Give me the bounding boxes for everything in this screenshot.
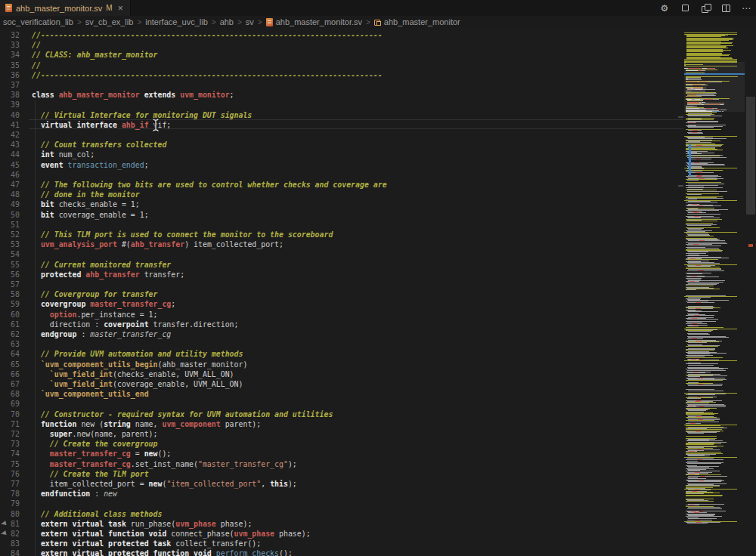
code-line-74[interactable]: master_transfer_cg = new(); xyxy=(32,449,171,459)
line-number-74[interactable]: 74 xyxy=(0,449,20,459)
line-number-72[interactable]: 72 xyxy=(0,429,20,439)
code-line-55[interactable]: // Current monitored transfer xyxy=(32,260,171,270)
line-number-32[interactable]: 32 xyxy=(0,30,20,40)
line-number-60[interactable]: 60 xyxy=(0,310,20,320)
breadcrumb-item-ahb[interactable]: ahb xyxy=(220,17,234,26)
code-line-58[interactable]: // Covergroup for transfer xyxy=(32,289,157,299)
code-line-76[interactable]: // Create the TLM port xyxy=(32,469,149,479)
code-line-56[interactable]: protected ahb_transfer transfer; xyxy=(32,270,184,280)
code-line-65[interactable]: `uvm_component_utils_begin(ahb_master_mo… xyxy=(32,360,247,369)
code-line-73[interactable]: // Create the covergroup xyxy=(32,439,157,449)
tab-ahb-master-monitor[interactable]: ahb_master_monitor.sv M × xyxy=(0,0,131,16)
code-line-64[interactable]: // Provide UVM automation and utility me… xyxy=(32,349,243,359)
code-line-61[interactable]: direction : coverpoint transfer.directio… xyxy=(32,320,239,329)
line-number-70[interactable]: 70 xyxy=(0,409,20,419)
line-number-41[interactable]: 41 xyxy=(0,120,20,130)
line-number-71[interactable]: 71 xyxy=(0,419,20,429)
code-line-44[interactable]: int num_col; xyxy=(32,150,94,159)
line-number-50[interactable]: 50 xyxy=(0,210,20,220)
code-line-45[interactable]: event transaction_ended; xyxy=(32,160,149,170)
code-line-71[interactable]: function new (string name, uvm_component… xyxy=(32,419,261,429)
line-number-67[interactable]: 67 xyxy=(0,379,20,389)
layout-square-icon[interactable] xyxy=(680,3,690,14)
line-number-40[interactable]: 40 xyxy=(0,110,20,120)
code-line-66[interactable]: `uvm_field_int(checks_enable, UVM_ALL_ON… xyxy=(32,369,234,379)
line-number-79[interactable]: 79 xyxy=(0,499,20,508)
line-number-46[interactable]: 46 xyxy=(0,170,20,180)
line-number-56[interactable]: 56 xyxy=(0,270,20,280)
breadcrumb-item-sv-cb-ex-lib[interactable]: sv_cb_ex_lib xyxy=(85,17,134,26)
line-number-62[interactable]: 62 xyxy=(0,329,20,339)
line-number-66[interactable]: 66 xyxy=(0,369,20,379)
line-number-38[interactable]: 38 xyxy=(0,90,20,100)
code-line-47[interactable]: // The following two bits are used to co… xyxy=(32,180,387,190)
code-line-60[interactable]: option.per_instance = 1; xyxy=(32,310,157,320)
line-number-51[interactable]: 51 xyxy=(0,220,20,230)
line-number-48[interactable]: 48 xyxy=(0,190,20,199)
line-number-44[interactable]: 44 xyxy=(0,150,20,159)
code-line-70[interactable]: // Constructor - required syntax for UVM… xyxy=(32,409,333,419)
code-line-50[interactable]: bit coverage_enable = 1; xyxy=(32,210,149,220)
line-number-77[interactable]: 77 xyxy=(0,479,20,489)
line-number-47[interactable]: 47 xyxy=(0,180,20,190)
settings-gear-icon[interactable]: ⚙ xyxy=(659,3,670,14)
breadcrumb-item-sv[interactable]: sv xyxy=(246,17,254,26)
open-changes-icon[interactable] xyxy=(700,3,711,14)
code-line-72[interactable]: super.new(name, parent); xyxy=(32,429,157,439)
line-number-59[interactable]: 59 xyxy=(0,299,20,309)
code-line-75[interactable]: master_transfer_cg.set_inst_name("master… xyxy=(32,459,297,469)
code-line-62[interactable]: endgroup : master_transfer_cg xyxy=(32,329,171,339)
code-line-36[interactable]: //--------------------------------------… xyxy=(32,70,383,80)
line-number-39[interactable]: 39 xyxy=(0,100,20,110)
line-number-42[interactable]: 42 xyxy=(0,130,20,140)
line-number-65[interactable]: 65 xyxy=(0,360,20,369)
line-number-73[interactable]: 73 xyxy=(0,439,20,449)
code-line-59[interactable]: covergroup master_transfer_cg; xyxy=(32,299,175,309)
line-number-36[interactable]: 36 xyxy=(0,70,20,80)
code-line-82[interactable]: extern virtual function void connect_pha… xyxy=(32,529,311,539)
code-line-77[interactable]: item_collected_port = new("item_collecte… xyxy=(32,479,297,489)
minimap-viewport-slider[interactable] xyxy=(684,62,745,112)
line-number-69[interactable]: 69 xyxy=(0,399,20,409)
minimap[interactable] xyxy=(684,28,745,556)
line-number-75[interactable]: 75 xyxy=(0,459,20,469)
code-line-35[interactable]: // xyxy=(32,60,41,70)
line-number-57[interactable]: 57 xyxy=(0,280,20,289)
code-line-83[interactable]: extern virtual protected task collect_tr… xyxy=(32,539,261,548)
line-number-35[interactable]: 35 xyxy=(0,60,20,70)
line-number-37[interactable]: 37 xyxy=(0,80,20,90)
more-actions-icon[interactable]: ⋯ xyxy=(741,3,751,14)
code-line-68[interactable]: `uvm_component_utils_end xyxy=(32,389,149,399)
code-line-53[interactable]: uvm_analysis_port #(ahb_transfer) item_c… xyxy=(32,239,284,249)
code-line-33[interactable]: // xyxy=(32,40,41,50)
code-line-41[interactable]: virtual interface ahb_if vif; xyxy=(32,120,171,130)
line-number-83[interactable]: 83 xyxy=(0,539,20,548)
line-number-58[interactable]: 58 xyxy=(0,289,20,299)
close-icon[interactable]: × xyxy=(118,3,123,14)
line-number-80[interactable]: 80 xyxy=(0,509,20,519)
breadcrumb-item-soc-verification-lib[interactable]: soc_verification_lib xyxy=(3,17,73,26)
code-line-38[interactable]: class ahb_master_monitor extends uvm_mon… xyxy=(32,90,234,100)
line-number-63[interactable]: 63 xyxy=(0,339,20,349)
split-editor-icon[interactable] xyxy=(720,3,731,14)
code-line-34[interactable]: // CLASS: ahb_master_monitor xyxy=(32,50,157,60)
line-number-55[interactable]: 55 xyxy=(0,260,20,270)
line-number-52[interactable]: 52 xyxy=(0,230,20,239)
line-number-68[interactable]: 68 xyxy=(0,389,20,399)
code-line-67[interactable]: `uvm_field_int(coverage_enable, UVM_ALL_… xyxy=(32,379,243,389)
code-line-43[interactable]: // Count transfers collected xyxy=(32,140,166,150)
code-line-32[interactable]: //--------------------------------------… xyxy=(32,30,383,40)
code-line-48[interactable]: // done in the monitor xyxy=(32,190,140,199)
line-number-54[interactable]: 54 xyxy=(0,249,20,259)
vertical-scrollbar[interactable] xyxy=(745,28,756,556)
code-line-52[interactable]: // This TLM port is used to connect the … xyxy=(32,230,333,239)
code-line-78[interactable]: endfunction : new xyxy=(32,489,117,499)
line-number-78[interactable]: 78 xyxy=(0,489,20,499)
code-line-40[interactable]: // Virtual Interface for monitoring DUT … xyxy=(32,110,252,120)
line-number-43[interactable]: 43 xyxy=(0,140,20,150)
line-number-45[interactable]: 45 xyxy=(0,160,20,170)
code-line-81[interactable]: extern virtual task run_phase(uvm_phase … xyxy=(32,519,252,529)
breadcrumb-item-ahb-master-monitor[interactable]: ahb_master_monitor xyxy=(374,17,460,26)
line-number-49[interactable]: 49 xyxy=(0,199,20,209)
line-number-76[interactable]: 76 xyxy=(0,469,20,479)
